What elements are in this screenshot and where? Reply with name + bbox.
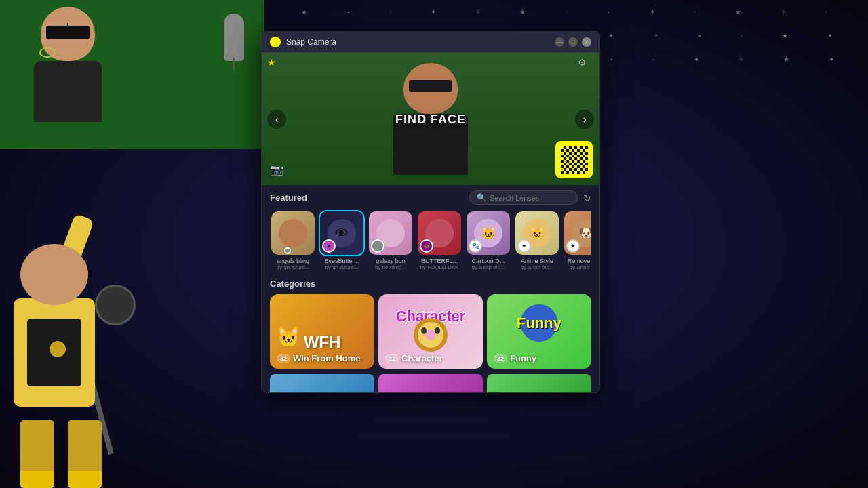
lens-bg-4: 🦋 <box>418 211 461 255</box>
category-card-character[interactable]: Character 32 Character <box>378 294 483 369</box>
lens-card-3[interactable]: galaxy bun by nomeng... <box>368 210 414 270</box>
lens-card-4[interactable]: 🦋 BUTTERFL... by FOOD3 DAK <box>416 210 462 270</box>
anime-emblem <box>47 339 68 359</box>
lens-card-5[interactable]: 🐱 🐾 Cartoon D... by Snap Inc... <box>465 210 511 270</box>
anime-foot-right <box>68 471 102 488</box>
featured-section: Featured 🔍 ↻ angels bling <box>262 185 599 273</box>
search-bar[interactable]: 🔍 <box>469 190 578 205</box>
lens-bg-3 <box>369 211 412 255</box>
character-label: 32 Character <box>385 353 443 363</box>
microphone <box>224 14 244 61</box>
anime-head <box>20 244 88 305</box>
minimize-button[interactable]: — <box>555 37 564 47</box>
camera-preview: ★ ⚙ FIND FACE ‹ › 📷 <box>262 53 599 185</box>
lens-bg-7: 🐶 ✦ <box>564 211 591 255</box>
lens-bg-2: 👁 ✦ <box>320 211 363 255</box>
search-icon: 🔍 <box>477 193 486 202</box>
lens-thumb-5: 🐱 🐾 <box>465 210 511 256</box>
nav-arrow-left[interactable]: ‹ <box>267 110 286 129</box>
anime-torso <box>14 298 95 407</box>
more-card-2[interactable] <box>378 374 483 393</box>
lens-creator-3: by nomeng... <box>368 264 414 270</box>
lens-bg-5: 🐱 🐾 <box>467 211 510 255</box>
lens-bg-6: 😺 ✦ <box>515 211 559 255</box>
more-categories-row <box>262 371 599 393</box>
cat-emoji-wfh: 🐱 <box>277 326 300 348</box>
lens-bg-1 <box>271 211 315 255</box>
lens-thumb-4: 🦋 <box>416 210 462 256</box>
featured-header: Featured 🔍 ↻ <box>270 190 591 205</box>
lens-creator-7: by Snap Inc... <box>563 264 591 270</box>
snap-camera-window: Snap Camera — □ ✕ ★ ⚙ FIND FACE ‹ › 📷 Fe… <box>261 30 600 393</box>
anime-character <box>0 163 170 488</box>
preview-head <box>403 63 458 114</box>
wfh-title: WFH <box>304 333 341 352</box>
maximize-button[interactable]: □ <box>568 37 578 47</box>
character-donut <box>414 318 448 352</box>
funny-label: 32 Funny <box>494 353 536 363</box>
lens-card-2[interactable]: 👁 ✦ EyesButter... by an-azure... <box>319 210 365 270</box>
more-card-1[interactable] <box>270 374 374 393</box>
find-face-text: FIND FACE <box>395 112 466 126</box>
person-chain <box>39 47 56 58</box>
lens-name-7: Remove Be... <box>563 258 591 264</box>
category-card-funny[interactable]: Funny 32 Funny <box>487 294 591 369</box>
search-input[interactable] <box>490 194 570 202</box>
lens-name-5: Cartoon D... <box>465 258 511 264</box>
lens-thumb-3 <box>368 210 414 256</box>
titlebar: Snap Camera — □ ✕ <box>262 31 599 53</box>
lens-creator-2: by an-azure... <box>319 264 365 270</box>
funny-title: Funny <box>517 314 561 332</box>
refresh-icon[interactable]: ↻ <box>583 192 591 203</box>
lens-name-4: BUTTERFL... <box>416 258 462 264</box>
donut-eye-left <box>421 327 427 334</box>
wfh-label-text: Win From Home <box>293 353 361 363</box>
webcam-feed <box>0 0 264 149</box>
funny-count: 32 <box>494 354 507 363</box>
categories-grid: 🐱 WFH 32 Win From Home Character 32 <box>270 294 591 369</box>
window-title: Snap Camera <box>286 37 551 47</box>
character-count: 32 <box>385 354 399 363</box>
camera-icon[interactable]: 📷 <box>270 163 286 180</box>
wfh-label: 32 Win From Home <box>277 353 361 363</box>
lens-card-1[interactable]: angels bling by an-azure... <box>270 210 316 270</box>
category-card-wfh[interactable]: 🐱 WFH 32 Win From Home <box>270 294 374 369</box>
qr-pattern <box>561 146 588 174</box>
lens-thumb-7: 🐶 ✦ <box>563 210 591 256</box>
lens-row: angels bling by an-azure... 👁 ✦ EyesButt… <box>270 210 591 270</box>
lens-creator-5: by Snap Inc... <box>465 264 511 270</box>
anime-orb <box>95 285 136 325</box>
lens-thumb-1 <box>270 210 316 256</box>
featured-label: Featured <box>270 192 307 203</box>
donut-eye-right <box>435 327 440 334</box>
snap-logo <box>270 37 281 47</box>
donut-eyes <box>421 327 440 334</box>
lens-creator-4: by FOOD3 DAK <box>416 264 462 270</box>
lens-name-1: angels bling <box>270 258 316 264</box>
lens-creator-6: by Snap Inc... <box>514 264 560 270</box>
lens-card-6[interactable]: 😺 ✦ Anime Style by Snap Inc... <box>514 210 560 270</box>
lens-name-2: EyesButter... <box>319 258 365 264</box>
anime-legs <box>17 400 105 488</box>
lens-creator-1: by an-azure... <box>270 264 316 270</box>
lens-name-3: galaxy bun <box>368 258 414 264</box>
nav-arrow-right[interactable]: › <box>575 110 594 129</box>
lens-card-7[interactable]: 🐶 ✦ Remove Be... by Snap Inc... <box>563 210 591 270</box>
favorite-star-icon[interactable]: ★ <box>267 57 276 68</box>
character-label-text: Character <box>401 353 443 363</box>
more-card-3[interactable] <box>487 374 591 393</box>
settings-icon[interactable]: ⚙ <box>578 57 594 73</box>
preview-glasses <box>409 80 452 92</box>
person-body <box>34 61 102 122</box>
wfh-count: 32 <box>277 354 290 363</box>
lens-thumb-2: 👁 ✦ <box>319 210 365 256</box>
anime-leg-left <box>20 420 54 488</box>
anime-foot-left <box>20 471 54 488</box>
anime-leg-right <box>68 420 102 488</box>
snapcode-qr <box>555 141 593 178</box>
lens-name-6: Anime Style <box>514 258 560 264</box>
funny-label-text: Funny <box>510 353 536 363</box>
close-button[interactable]: ✕ <box>582 37 591 47</box>
categories-section: Categories 🐱 WFH 32 Win From Home Charac… <box>262 273 599 371</box>
lens-thumb-6: 😺 ✦ <box>514 210 560 256</box>
